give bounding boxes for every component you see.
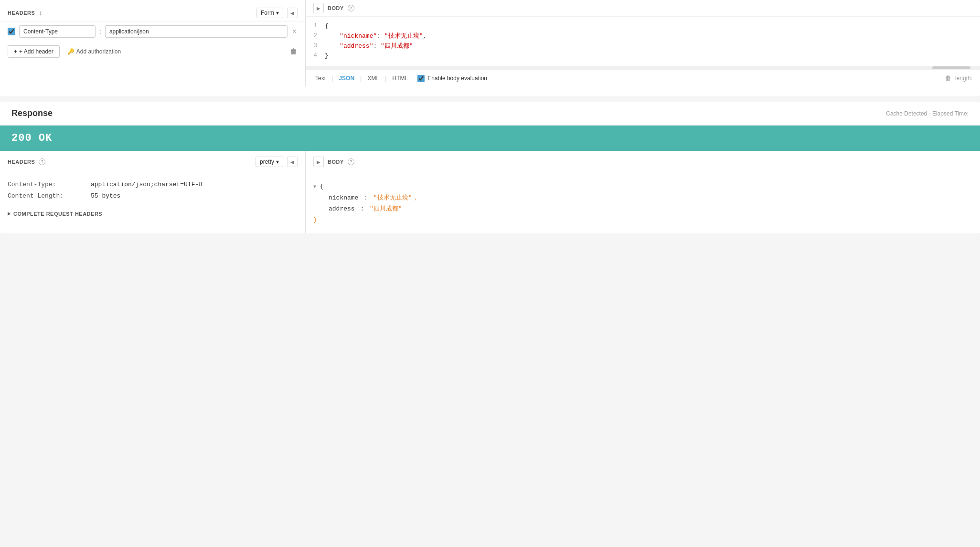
response-headers-panel-header: HEADERS ? pretty ▾ ◀ (0, 151, 305, 173)
chevron-down-icon: ▾ (276, 10, 279, 16)
enable-body-eval-checkbox[interactable] (417, 75, 425, 82)
resp-address-colon: : (357, 203, 368, 214)
resp-nickname-key: nickname (329, 192, 358, 203)
cache-info: Cache Detected - Elapsed Time: (886, 110, 969, 117)
add-auth-label: Add authorization (76, 48, 121, 55)
enable-body-eval-container: Enable body evaluation (417, 75, 487, 82)
request-left-panel: HEADERS ↕ Form ▾ ◀ (0, 0, 306, 86)
body-panel-header: ▶ BODY ? (306, 0, 980, 17)
body-format-bar: Text | JSON | XML | HTML Enable body eva… (306, 70, 980, 86)
format-sep-3: | (385, 75, 386, 82)
headers-title: HEADERS (8, 10, 35, 16)
headers-format-select[interactable]: Form ▾ (256, 8, 283, 18)
add-header-button[interactable]: + + Add header (8, 45, 60, 58)
format-tab-xml[interactable]: XML (365, 74, 381, 83)
triangle-right-icon (8, 212, 11, 216)
response-headers-info-icon[interactable]: ? (39, 158, 45, 165)
body-title: BODY (328, 5, 344, 11)
body-actions: 🗑 length: (945, 74, 972, 82)
response-collapse-right-btn[interactable]: ▶ (313, 157, 324, 167)
request-right-panel: ▶ BODY ? 1 { 2 "nickname": "技术无止境", (306, 0, 980, 86)
response-body-panel-header: ▶ BODY ? (306, 151, 980, 173)
sort-icon[interactable]: ↕ (39, 9, 42, 17)
code-line-2: 2 "nickname": "技术无止境", (306, 32, 980, 42)
resp-header-content-length: Content-Length: 55 bytes (8, 190, 298, 201)
response-title: Response (11, 108, 53, 118)
format-sep-1: | (331, 75, 333, 82)
status-banner: 200 OK (0, 126, 980, 151)
main-container: HEADERS ↕ Form ▾ ◀ (0, 0, 980, 547)
line-number-3: 3 (306, 42, 325, 51)
add-authorization-button[interactable]: 🔑 Add authorization (67, 48, 121, 55)
code-line-1: 1 { (306, 21, 980, 32)
request-split-layout: HEADERS ↕ Form ▾ ◀ (0, 0, 980, 86)
complete-request-headers-row[interactable]: COMPLETE REQUEST HEADERS (0, 207, 305, 221)
resp-json-open-brace: ▼ { (313, 181, 972, 192)
code-line-4: 4 } (306, 51, 980, 61)
header-key-input[interactable] (19, 25, 96, 38)
headers-panel-header: HEADERS ↕ Form ▾ ◀ (0, 5, 305, 21)
status-code: 200 OK (11, 132, 52, 144)
line-number-2: 2 (306, 32, 325, 41)
header-action-btns: + + Add header 🔑 Add authorization 🗑 (0, 42, 305, 62)
response-section: Response Cache Detected - Elapsed Time: … (0, 102, 980, 233)
resp-nickname-colon: : (360, 192, 371, 203)
header-checkbox[interactable] (8, 28, 15, 35)
headers-panel-header-left: HEADERS ↕ (8, 9, 42, 17)
header-colon: : (99, 28, 101, 35)
complete-request-label: COMPLETE REQUEST HEADERS (13, 211, 102, 217)
delete-all-headers-btn[interactable]: 🗑 (290, 47, 298, 56)
body-scrollbar-area (306, 66, 980, 70)
response-body-info-icon[interactable]: ? (348, 158, 354, 165)
resp-header-content-type: Content-Type: application/json;charset=U… (8, 179, 298, 190)
body-length-label: length: (955, 75, 972, 82)
response-header: Response Cache Detected - Elapsed Time: (0, 102, 980, 126)
chevron-down-icon-resp: ▾ (276, 158, 279, 165)
resp-header-key-content-type: Content-Type: (8, 179, 89, 190)
response-body-code: ▼ { nickname : "技术无止境", address : "四川成都" (306, 173, 980, 233)
format-tab-json[interactable]: JSON (337, 74, 356, 83)
body-info-icon[interactable]: ? (348, 5, 354, 11)
add-header-label: + Add header (19, 48, 53, 55)
delete-header-btn[interactable]: × (291, 26, 298, 37)
resp-address-value: "四川成都" (370, 203, 402, 214)
response-collapse-left-btn[interactable]: ◀ (287, 157, 298, 167)
code-content-1: { (325, 21, 972, 32)
format-sep-2: | (360, 75, 362, 82)
response-format-select[interactable]: pretty ▾ (256, 157, 283, 167)
resp-json-close-brace: } (313, 214, 972, 225)
resp-close-brace: } (313, 214, 317, 225)
response-right-panel: ▶ BODY ? ▼ { nickname : "技术无止境", (306, 151, 980, 233)
code-line-3: 3 "address": "四川成都" (306, 42, 980, 52)
body-scrollbar-thumb (932, 66, 970, 69)
code-content-2: "nickname": "技术无止境", (325, 32, 972, 42)
json-collapse-icon[interactable]: ▼ (313, 183, 316, 191)
response-body-title: BODY (328, 159, 344, 165)
key-icon: 🔑 (67, 48, 75, 55)
plus-icon: + (14, 48, 17, 55)
request-section: HEADERS ↕ Form ▾ ◀ (0, 0, 980, 96)
resp-header-val-content-type: application/json;charset=UTF-8 (91, 179, 202, 190)
resp-header-val-content-length: 55 bytes (91, 190, 120, 201)
code-content-4: } (325, 51, 972, 61)
request-body-editor[interactable]: 1 { 2 "nickname": "技术无止境", 3 "address": … (306, 17, 980, 66)
format-tab-text[interactable]: Text (313, 74, 328, 83)
line-number-4: 4 (306, 51, 325, 60)
format-tab-html[interactable]: HTML (391, 74, 410, 83)
header-row-1: : × (0, 21, 305, 42)
body-delete-icon[interactable]: 🗑 (945, 74, 951, 82)
resp-address-key: address (329, 203, 355, 214)
response-headers-content: Content-Type: application/json;charset=U… (0, 173, 305, 207)
collapse-left-btn[interactable]: ◀ (287, 8, 298, 18)
resp-nickname-value: "技术无止境" (373, 192, 412, 203)
line-number-1: 1 (306, 21, 325, 31)
resp-json-nickname: nickname : "技术无止境", (313, 192, 972, 203)
resp-open-brace: { (320, 181, 324, 192)
collapse-right-btn[interactable]: ▶ (313, 3, 324, 13)
code-content-3: "address": "四川成都" (325, 42, 972, 52)
response-left-panel: HEADERS ? pretty ▾ ◀ (0, 151, 306, 233)
header-value-input[interactable] (105, 25, 288, 38)
response-split-layout: HEADERS ? pretty ▾ ◀ (0, 151, 980, 233)
enable-body-eval-label: Enable body evaluation (427, 75, 487, 82)
resp-json-address: address : "四川成都" (313, 203, 972, 214)
